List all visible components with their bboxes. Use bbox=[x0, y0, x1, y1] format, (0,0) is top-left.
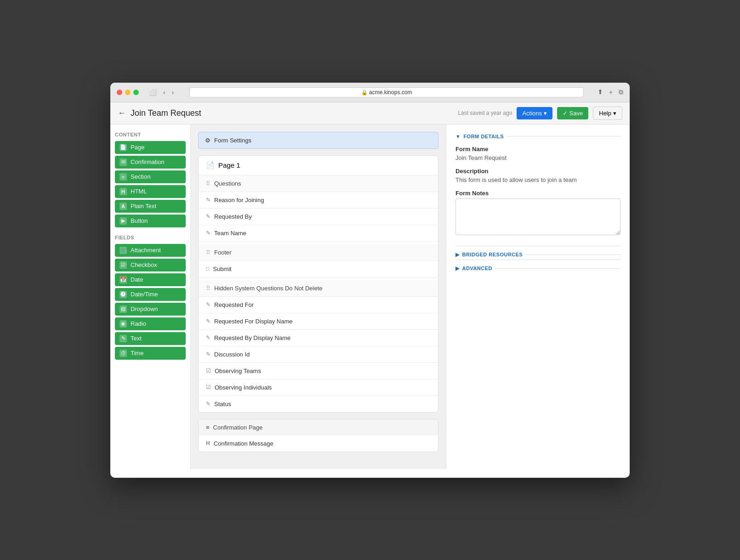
sidebar-item-date[interactable]: 📅 Date bbox=[115, 273, 186, 286]
sidebar-item-section[interactable]: ≡ Section bbox=[115, 170, 186, 183]
bridged-resources-section: ▶ BRIDGED RESOURCES bbox=[455, 246, 620, 258]
forward-nav-button2[interactable]: › bbox=[170, 88, 176, 97]
back-button[interactable]: ← bbox=[118, 108, 126, 118]
address-bar[interactable]: 🔒 acme.kinops.com bbox=[189, 87, 584, 97]
sidebar-item-confirmation[interactable]: ✉ Confirmation bbox=[115, 156, 186, 169]
sidebar-item-page[interactable]: 📄 Page bbox=[115, 141, 186, 154]
copy-icon[interactable]: ⧉ bbox=[619, 88, 623, 96]
button-icon: ▶ bbox=[120, 217, 127, 225]
new-tab-icon[interactable]: ＋ bbox=[608, 88, 614, 96]
question-requested-by[interactable]: ✎ Requested By bbox=[199, 209, 438, 225]
page-title: Join Team Request bbox=[131, 108, 201, 118]
sidebar-item-datetime[interactable]: 🕐 Date/Time bbox=[115, 288, 186, 301]
question-icon: ✎ bbox=[206, 401, 211, 407]
sidebar-item-label: Radio bbox=[131, 320, 146, 327]
html-icon: H bbox=[120, 188, 127, 195]
sidebar: CONTENT 📄 Page ✉ Confirmation ≡ Section … bbox=[110, 124, 191, 469]
question-label: Reason for Joining bbox=[214, 197, 264, 204]
date-icon: 📅 bbox=[120, 276, 127, 283]
hidden-observing-teams[interactable]: ☑ Observing Teams bbox=[199, 363, 438, 379]
sidebar-item-label: Button bbox=[131, 217, 148, 224]
app-header: ← Join Team Request Last saved a year ag… bbox=[110, 102, 630, 124]
questions-drag-icon: ⠿ bbox=[206, 180, 211, 187]
advanced-toggle[interactable]: ▶ ADVANCED bbox=[455, 266, 620, 272]
bridged-resources-toggle[interactable]: ▶ BRIDGED RESOURCES bbox=[455, 252, 620, 258]
question-icon: ✎ bbox=[206, 213, 211, 220]
submit-label: Submit bbox=[213, 266, 231, 272]
confirmation-page-icon: ≡ bbox=[206, 424, 210, 431]
question-label: Requested For bbox=[214, 301, 254, 308]
question-label: Discussion Id bbox=[214, 351, 250, 358]
sidebar-item-attachment[interactable]: 📎 Attachment bbox=[115, 244, 186, 257]
hidden-requested-for-display[interactable]: ✎ Requested For Display Name bbox=[199, 313, 438, 330]
form-settings-bar[interactable]: ⚙ Form Settings bbox=[198, 132, 438, 149]
footer-submit[interactable]: □ Submit bbox=[199, 261, 438, 277]
description-label: Description bbox=[455, 168, 620, 175]
question-reason-for-joining[interactable]: ✎ Reason for Joining bbox=[199, 192, 438, 209]
sidebar-item-label: Page bbox=[131, 144, 144, 151]
sidebar-item-dropdown[interactable]: ▤ Dropdown bbox=[115, 303, 186, 316]
time-icon: ⏱ bbox=[120, 350, 127, 357]
sidebar-item-plain-text[interactable]: A Plain Text bbox=[115, 200, 186, 213]
page1-title: Page 1 bbox=[218, 161, 240, 169]
footer-section-header[interactable]: ⠿ Footer bbox=[199, 244, 438, 261]
close-button[interactable] bbox=[117, 90, 122, 95]
hidden-section-header[interactable]: ⠿ Hidden System Questions Do Not Delete bbox=[199, 280, 438, 297]
sidebar-item-text[interactable]: ✎ Text bbox=[115, 332, 186, 345]
hidden-requested-for[interactable]: ✎ Requested For bbox=[199, 297, 438, 313]
question-label: Observing Teams bbox=[215, 368, 261, 374]
form-details-section: ▼ FORM DETAILS Form Name Join Team Reque… bbox=[455, 134, 620, 237]
form-details-title: ▼ FORM DETAILS bbox=[455, 134, 620, 139]
sidebar-item-button[interactable]: ▶ Button bbox=[115, 215, 186, 227]
form-name-value: Join Team Request bbox=[455, 154, 620, 161]
question-team-name[interactable]: ✎ Team Name bbox=[199, 225, 438, 242]
help-button[interactable]: Help ▾ bbox=[593, 107, 622, 120]
advanced-section: ▶ ADVANCED bbox=[455, 260, 620, 272]
hidden-status[interactable]: ✎ Status bbox=[199, 396, 438, 412]
sidebar-item-checkbox[interactable]: ☑ Checkbox bbox=[115, 259, 186, 272]
confirmation-msg-icon: H bbox=[206, 440, 210, 447]
question-icon: ✎ bbox=[206, 230, 211, 236]
questions-section-header[interactable]: ⠿ Questions bbox=[199, 175, 438, 192]
hidden-observing-individuals[interactable]: ☑ Observing Individuals bbox=[199, 379, 438, 396]
main-content: ⚙ Form Settings 📄 Page 1 ⠿ Questions ✎ R… bbox=[191, 124, 446, 469]
save-button[interactable]: ✓ Save bbox=[557, 107, 588, 119]
minimize-button[interactable] bbox=[125, 90, 131, 95]
footer-drag-icon: ⠿ bbox=[206, 249, 211, 256]
sidebar-item-label: Section bbox=[131, 173, 150, 180]
browser-actions: ⬆ ＋ ⧉ bbox=[598, 88, 623, 96]
question-icon: ✎ bbox=[206, 351, 211, 357]
questions-label: Questions bbox=[214, 180, 241, 187]
share-icon[interactable]: ⬆ bbox=[598, 88, 603, 96]
hidden-requested-by-display[interactable]: ✎ Requested By Display Name bbox=[199, 330, 438, 346]
form-settings-icon: ⚙ bbox=[205, 137, 211, 144]
hidden-section-label: Hidden System Questions Do Not Delete bbox=[214, 285, 323, 292]
actions-button[interactable]: Actions ▾ bbox=[517, 107, 552, 119]
form-notes-label: Form Notes bbox=[455, 190, 620, 197]
plain-text-icon: A bbox=[120, 203, 127, 210]
question-icon: ☑ bbox=[206, 384, 211, 390]
forward-nav-button[interactable]: ‹ bbox=[161, 88, 167, 97]
radio-icon: ◉ bbox=[120, 320, 127, 328]
sidebar-item-time[interactable]: ⏱ Time bbox=[115, 347, 186, 360]
description-value: This form is used to allow users to join… bbox=[455, 176, 620, 183]
text-icon: ✎ bbox=[120, 335, 127, 342]
confirmation-page-title: Confirmation Page bbox=[213, 424, 263, 431]
fullscreen-button[interactable] bbox=[133, 90, 139, 95]
sidebar-item-label: Confirmation bbox=[131, 158, 165, 165]
section-icon: ≡ bbox=[120, 173, 127, 181]
fields-section-label: FIELDS bbox=[115, 235, 186, 240]
sidebar-item-label: Date/Time bbox=[131, 291, 158, 298]
sidebar-item-label: Checkbox bbox=[131, 261, 157, 268]
content-section-label: CONTENT bbox=[115, 132, 186, 137]
page1-header: 📄 Page 1 bbox=[199, 156, 438, 175]
question-label: Observing Individuals bbox=[215, 384, 272, 391]
sidebar-item-radio[interactable]: ◉ Radio bbox=[115, 317, 186, 330]
hidden-discussion-id[interactable]: ✎ Discussion Id bbox=[199, 346, 438, 363]
back-nav-button[interactable]: ⬜ bbox=[147, 88, 159, 97]
sidebar-item-html[interactable]: H HTML bbox=[115, 185, 186, 198]
question-label: Team Name bbox=[214, 230, 246, 237]
form-notes-textarea[interactable] bbox=[455, 198, 620, 235]
datetime-icon: 🕐 bbox=[120, 291, 127, 298]
confirmation-message-item[interactable]: H Confirmation Message bbox=[199, 436, 438, 452]
